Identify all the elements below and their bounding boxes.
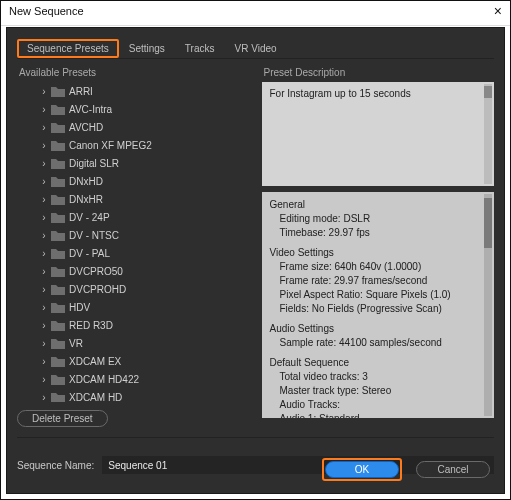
folder-icon (51, 194, 65, 205)
tab-tracks[interactable]: Tracks (175, 39, 225, 58)
folder-icon (51, 374, 65, 385)
preset-folder-dvcpro50[interactable]: ›DVCPRO50 (17, 262, 250, 280)
preset-description-text: For Instagram up to 15 seconds (270, 88, 411, 99)
chevron-right-icon[interactable]: › (39, 320, 49, 331)
chevron-right-icon[interactable]: › (39, 374, 49, 385)
dialog-footer: OK Cancel (322, 458, 490, 481)
video-tracks-value: Total video tracks: 3 (270, 370, 487, 384)
preset-label: DV - PAL (69, 248, 110, 259)
chevron-right-icon[interactable]: › (39, 392, 49, 403)
preset-folder-arri[interactable]: ›ARRI (17, 82, 250, 100)
dialog-body: Sequence PresetsSettingsTracksVR Video A… (6, 27, 505, 494)
description-column: Preset Description For Instagram up to 1… (262, 65, 495, 427)
chevron-right-icon[interactable]: › (39, 158, 49, 169)
folder-icon (51, 302, 65, 313)
available-presets-label: Available Presets (19, 67, 248, 78)
preset-label: DVCPROHD (69, 284, 126, 295)
preset-folder-xdcam-ex[interactable]: ›XDCAM EX (17, 352, 250, 370)
presets-column: Available Presets ›ARRI›AVC-Intra›AVCHD›… (17, 65, 250, 427)
folder-icon (51, 338, 65, 349)
preset-folder-xdcam-hd[interactable]: ›XDCAM HD (17, 388, 250, 402)
scroll-thumb[interactable] (484, 198, 492, 248)
folder-icon (51, 356, 65, 367)
delete-preset-button[interactable]: Delete Preset (17, 410, 108, 427)
folder-icon (51, 284, 65, 295)
preset-label: XDCAM EX (69, 356, 121, 367)
chevron-right-icon[interactable]: › (39, 338, 49, 349)
tab-vr-video[interactable]: VR Video (225, 39, 287, 58)
preset-label: XDCAM HD (69, 392, 122, 403)
preset-label: DNxHR (69, 194, 103, 205)
preset-label: XDCAM HD422 (69, 374, 139, 385)
folder-icon (51, 86, 65, 97)
frame-rate-value: Frame rate: 29.97 frames/second (270, 274, 487, 288)
tab-sequence-presets[interactable]: Sequence Presets (17, 39, 119, 58)
general-header: General (270, 198, 487, 212)
chevron-right-icon[interactable]: › (39, 122, 49, 133)
chevron-right-icon[interactable]: › (39, 176, 49, 187)
preset-folder-hdv[interactable]: ›HDV (17, 298, 250, 316)
preset-folder-avc-intra[interactable]: ›AVC-Intra (17, 100, 250, 118)
preset-folder-dnxhr[interactable]: ›DNxHR (17, 190, 250, 208)
preset-label: AVCHD (69, 122, 103, 133)
preset-folder-dv-pal[interactable]: ›DV - PAL (17, 244, 250, 262)
chevron-right-icon[interactable]: › (39, 230, 49, 241)
preset-label: AVC-Intra (69, 104, 112, 115)
preset-description-box: For Instagram up to 15 seconds (262, 82, 495, 186)
preset-folder-dnxhd[interactable]: ›DNxHD (17, 172, 250, 190)
preset-folder-dvcprohd[interactable]: ›DVCPROHD (17, 280, 250, 298)
folder-icon (51, 266, 65, 277)
chevron-right-icon[interactable]: › (39, 248, 49, 259)
preset-folder-red-r3d[interactable]: ›RED R3D (17, 316, 250, 334)
fields-value: Fields: No Fields (Progressive Scan) (270, 302, 487, 316)
scrollbar[interactable] (484, 84, 492, 184)
sample-rate-value: Sample rate: 44100 samples/second (270, 336, 487, 350)
divider (17, 437, 494, 438)
folder-icon (51, 212, 65, 223)
chevron-right-icon[interactable]: › (39, 194, 49, 205)
preset-details-box: General Editing mode: DSLR Timebase: 29.… (262, 192, 495, 418)
preset-folder-avchd[interactable]: ›AVCHD (17, 118, 250, 136)
chevron-right-icon[interactable]: › (39, 284, 49, 295)
preset-label: DV - 24P (69, 212, 110, 223)
preset-folder-dv-ntsc[interactable]: ›DV - NTSC (17, 226, 250, 244)
video-settings-header: Video Settings (270, 246, 487, 260)
folder-icon (51, 158, 65, 169)
tab-bar: Sequence PresetsSettingsTracksVR Video (17, 34, 494, 59)
close-icon[interactable]: × (494, 3, 502, 19)
preset-folder-xdcam-hd422[interactable]: ›XDCAM HD422 (17, 370, 250, 388)
preset-label: HDV (69, 302, 90, 313)
new-sequence-dialog: New Sequence × Sequence PresetsSettingsT… (0, 0, 511, 500)
preset-description-label: Preset Description (264, 67, 493, 78)
preset-tree[interactable]: ›ARRI›AVC-Intra›AVCHD›Canon XF MPEG2›Dig… (17, 82, 250, 402)
preset-label: Digital SLR (69, 158, 119, 169)
chevron-right-icon[interactable]: › (39, 302, 49, 313)
preset-folder-vr[interactable]: ›VR (17, 334, 250, 352)
chevron-right-icon[interactable]: › (39, 266, 49, 277)
audio1-value: Audio 1: Standard (270, 412, 487, 418)
editing-mode-value: Editing mode: DSLR (270, 212, 487, 226)
audio-tracks-header: Audio Tracks: (270, 398, 487, 412)
chevron-right-icon[interactable]: › (39, 356, 49, 367)
preset-label: DNxHD (69, 176, 103, 187)
folder-icon (51, 140, 65, 151)
preset-folder-dv-24p[interactable]: ›DV - 24P (17, 208, 250, 226)
chevron-right-icon[interactable]: › (39, 104, 49, 115)
chevron-right-icon[interactable]: › (39, 86, 49, 97)
folder-icon (51, 122, 65, 133)
preset-folder-digital-slr[interactable]: ›Digital SLR (17, 154, 250, 172)
chevron-right-icon[interactable]: › (39, 212, 49, 223)
preset-label: DVCPRO50 (69, 266, 123, 277)
folder-icon (51, 104, 65, 115)
tab-settings[interactable]: Settings (119, 39, 175, 58)
preset-folder-canon-xf-mpeg2[interactable]: ›Canon XF MPEG2 (17, 136, 250, 154)
cancel-button[interactable]: Cancel (416, 461, 490, 478)
ok-button[interactable]: OK (325, 461, 399, 478)
scroll-thumb[interactable] (484, 86, 492, 98)
window-title: New Sequence (9, 5, 84, 17)
preset-label: ARRI (69, 86, 93, 97)
chevron-right-icon[interactable]: › (39, 140, 49, 151)
preset-label: VR (69, 338, 83, 349)
folder-icon (51, 392, 65, 403)
audio-settings-header: Audio Settings (270, 322, 487, 336)
